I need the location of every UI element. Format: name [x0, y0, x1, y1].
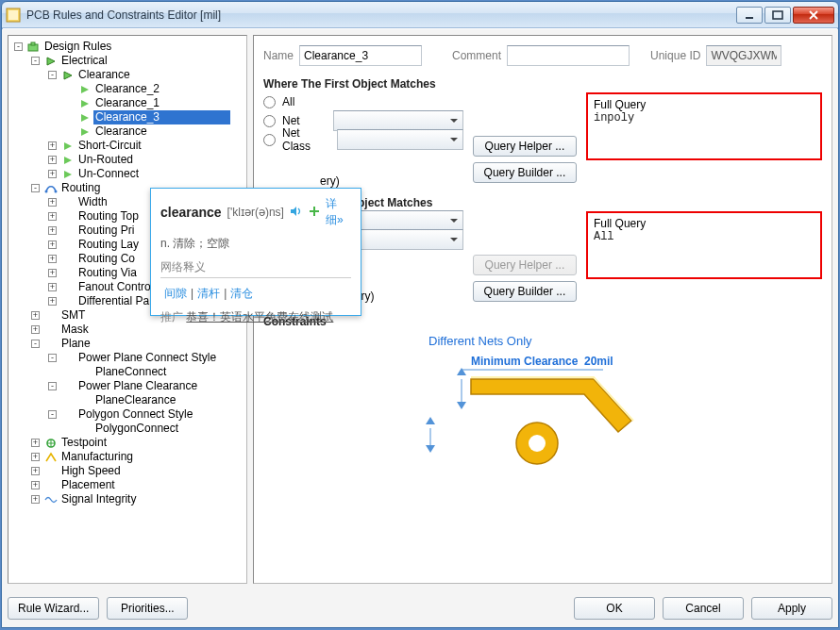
close-button[interactable]: [793, 7, 834, 24]
first-object-radios: All Net Net Class ery): [263, 92, 463, 191]
first-object-title: Where The First Object Matches: [263, 77, 822, 91]
app-icon: [6, 8, 21, 23]
radio-netclass[interactable]: [263, 134, 276, 146]
dict-word: clearance: [160, 205, 222, 220]
svg-rect-1: [8, 10, 18, 20]
comment-input[interactable]: [507, 45, 630, 66]
dict-links: 间隙|清杆|清仓: [160, 286, 351, 302]
query-helper-button-2: Query Helper ...: [473, 255, 577, 275]
window-title: PCB Rules and Constraints Editor [mil]: [26, 8, 736, 22]
svg-point-13: [529, 435, 546, 452]
svg-rect-2: [746, 17, 753, 19]
minimize-button[interactable]: [736, 7, 763, 24]
dict-detail-link[interactable]: 详细»: [326, 196, 351, 228]
radio-net[interactable]: [263, 115, 276, 127]
dialog-window: PCB Rules and Constraints Editor [mil] -…: [1, 1, 839, 628]
bottom-bar: Rule Wizard... Priorities... OK Cancel A…: [8, 597, 832, 620]
svg-point-6: [45, 190, 48, 192]
tree-selected[interactable]: Clearance_3: [93, 110, 230, 124]
dict-net-heading: 网络释义: [160, 259, 351, 275]
radio-all[interactable]: [263, 96, 276, 108]
speaker-icon[interactable]: [290, 206, 303, 220]
dict-promo-link[interactable]: 恭喜！英语水平免费在线测试: [186, 310, 333, 323]
uid-label: Unique ID: [650, 49, 700, 62]
cancel-button[interactable]: Cancel: [663, 597, 744, 620]
query-helper-button-1[interactable]: Query Helper ...: [473, 136, 577, 157]
comment-label: Comment: [452, 49, 501, 62]
second-full-query-box: Full Query All: [586, 211, 822, 279]
dict-definition: n. 清除；空隙: [160, 236, 351, 252]
svg-point-7: [55, 190, 58, 192]
apply-button[interactable]: Apply: [751, 597, 832, 620]
titlebar[interactable]: PCB Rules and Constraints Editor [mil]: [2, 2, 838, 28]
constraints-graphic: Different Nets Only Minimum Clearance 20…: [263, 334, 822, 485]
dict-phonetic: ['klɪər(ə)ns]: [227, 206, 284, 219]
combo-net[interactable]: [333, 110, 463, 131]
priorities-button[interactable]: Priorities...: [107, 597, 188, 620]
combo-netclass[interactable]: [337, 129, 463, 150]
maximize-button[interactable]: [764, 7, 791, 24]
add-icon[interactable]: [309, 206, 320, 220]
first-full-query-box: Full Query inpoly: [586, 92, 822, 160]
svg-rect-3: [773, 11, 782, 19]
query-builder-button-2[interactable]: Query Builder ...: [473, 281, 577, 302]
query-builder-button-1[interactable]: Query Builder ...: [473, 162, 577, 183]
rule-wizard-button[interactable]: Rule Wizard...: [8, 597, 99, 620]
name-label: Name: [263, 49, 294, 62]
name-input[interactable]: [299, 45, 422, 66]
svg-rect-15: [310, 210, 319, 212]
dictionary-popup: clearance ['klɪər(ə)ns] 详细» n. 清除；空隙 网络释…: [150, 188, 361, 316]
uid-field: [706, 45, 781, 66]
svg-rect-5: [31, 42, 35, 45]
second-object-title: d Object Matches: [339, 196, 822, 209]
ok-button[interactable]: OK: [574, 597, 655, 620]
